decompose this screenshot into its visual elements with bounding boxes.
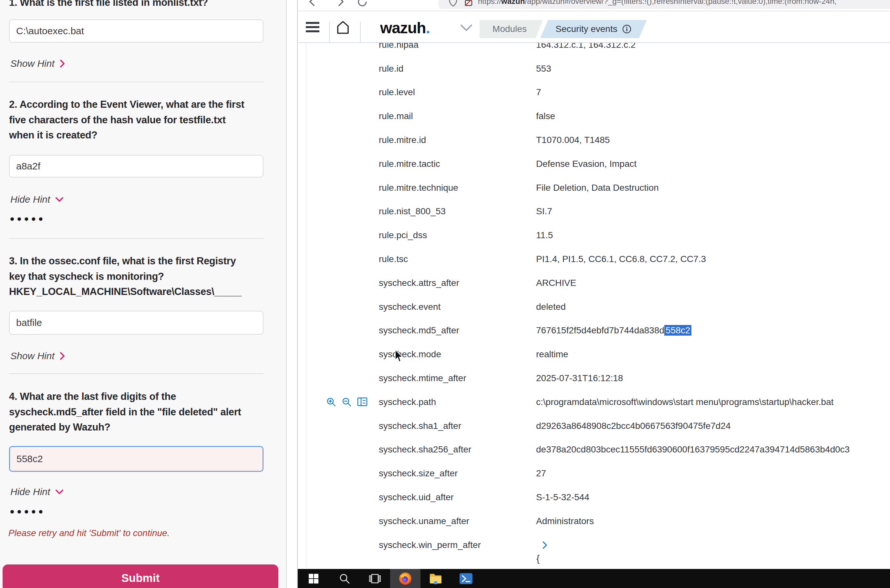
browser-forward-icon[interactable]	[335, 0, 346, 7]
header-separator	[329, 22, 330, 42]
filter-for-value-icon[interactable]	[326, 397, 337, 407]
field-name: rule.nist_800_53	[379, 206, 446, 216]
powershell-icon	[459, 573, 473, 585]
task-view-button[interactable]	[360, 569, 390, 588]
table-row: syscheck.win_perm_after {	[298, 533, 890, 557]
chevron-down-icon[interactable]	[459, 24, 474, 32]
table-row: syscheck.sha1_after d29263a8648908c2bcc4…	[298, 414, 890, 438]
home-button[interactable]	[335, 20, 351, 36]
field-name: rule.level	[379, 87, 415, 98]
divider	[9, 238, 263, 239]
divider	[9, 82, 263, 82]
selected-text: 558c2	[664, 325, 692, 336]
retry-error-message: Please retry and hit 'Submit' to continu…	[8, 528, 170, 538]
field-value: false	[536, 111, 555, 122]
question-1-answer-input[interactable]	[9, 20, 263, 43]
windows-taskbar	[298, 569, 890, 588]
menu-hamburger-icon[interactable]	[306, 22, 319, 32]
field-name: rule.mail	[379, 111, 413, 122]
table-row: syscheck.uid_after S-1-5-32-544	[298, 485, 890, 509]
wazuh-content: rule.hipaa 164.312.c.1, 164.312.c.2 rule…	[298, 43, 890, 569]
table-row: syscheck.mtime_after 2025-07-31T16:12:18	[298, 366, 890, 390]
field-name: syscheck.md5_after	[379, 325, 459, 336]
taskbar-powershell-button[interactable]	[451, 569, 481, 588]
browser-back-icon[interactable]	[307, 0, 318, 7]
json-brace: {	[537, 553, 540, 564]
field-name: rule.pci_dss	[379, 230, 427, 240]
question-2-answer-input[interactable]	[9, 155, 263, 177]
table-row: syscheck.mode realtime	[298, 342, 890, 366]
field-name: rule.id	[379, 64, 403, 74]
info-icon[interactable]	[622, 24, 631, 34]
hint-dots: ●●●●●	[10, 507, 45, 516]
table-row: rule.mitre.technique File Deletion, Data…	[298, 176, 890, 200]
field-value: 7	[536, 87, 541, 98]
field-value: de378a20cd803bcec11555fd6390600f16379595…	[536, 444, 849, 455]
breadcrumb-label: Security events	[555, 24, 617, 34]
field-name: syscheck.path	[379, 397, 436, 407]
field-name: rule.tsc	[379, 254, 408, 264]
table-row: syscheck.uname_after Administrators	[298, 509, 890, 533]
question-3-show-hint-link[interactable]: Show Hint	[11, 350, 65, 362]
browser-toolbar: https://wazuh/app/wazuh#/overview/?_g=(f…	[298, 0, 890, 11]
start-button[interactable]	[298, 569, 329, 588]
table-row: rule.pci_dss 11.5	[298, 224, 890, 247]
question-3-text: 3. In the ossec.conf file, what is the f…	[9, 254, 268, 300]
table-row: syscheck.sha256_after de378a20cd803bcec1…	[298, 438, 890, 462]
field-value: Defense Evasion, Impact	[536, 159, 636, 169]
table-row: syscheck.event deleted	[298, 295, 890, 319]
field-name: syscheck.uname_after	[379, 516, 469, 526]
field-name: rule.mitre.tactic	[379, 159, 440, 169]
taskbar-file-explorer-button[interactable]	[421, 569, 451, 588]
filter-out-value-icon[interactable]	[342, 397, 352, 407]
field-name: rule.hipaa	[379, 43, 418, 50]
field-value: ARCHIVE	[536, 278, 576, 288]
field-name: syscheck.attrs_after	[379, 278, 459, 288]
table-row: rule.tsc PI1.4, PI1.5, CC6.1, CC6.8, CC7…	[298, 247, 890, 271]
field-name: syscheck.mtime_after	[379, 373, 466, 383]
question-2-text: 2. According to the Event Viewer, what a…	[9, 97, 268, 143]
field-name: rule.mitre.id	[379, 135, 426, 145]
toggle-column-icon[interactable]	[357, 397, 367, 406]
hint-label: Show Hint	[11, 58, 54, 69]
question-1-show-hint-link[interactable]: Show Hint	[11, 57, 65, 70]
taskbar-firefox-button[interactable]	[390, 569, 421, 588]
hint-dots: ●●●●●	[10, 214, 45, 224]
taskbar-search-button[interactable]	[329, 569, 360, 588]
hint-label: Hide Hint	[11, 486, 50, 497]
question-4-hide-hint-link[interactable]: Hide Hint	[11, 486, 64, 498]
wazuh-logo: wazuh.	[380, 19, 430, 37]
field-name: syscheck.uid_after	[379, 492, 454, 502]
breadcrumb-modules[interactable]: Modules	[480, 20, 543, 38]
home-icon	[335, 20, 351, 35]
vm-screen: https://wazuh/app/wazuh#/overview/?_g=(f…	[297, 0, 890, 588]
hint-label: Hide Hint	[11, 194, 50, 205]
chevron-down-icon	[55, 197, 64, 202]
submit-button[interactable]: Submit	[3, 564, 278, 588]
wazuh-header: wazuh. Modules Security events	[298, 11, 890, 43]
question-4-answer-input[interactable]	[9, 446, 263, 472]
browser-reload-icon[interactable]	[356, 0, 368, 8]
table-row: syscheck.md5_after 767615f2f5d4ebfd7b744…	[298, 319, 890, 343]
field-value: 553	[536, 64, 551, 74]
address-bar[interactable]: https://wazuh/app/wazuh#/overview/?_g=(f…	[439, 0, 890, 9]
hint-label: Show Hint	[11, 351, 54, 362]
table-row: rule.mail false	[298, 104, 890, 128]
field-value: S-1-5-32-544	[536, 492, 589, 502]
field-value: File Deletion, Data Destruction	[536, 183, 659, 193]
question-1-text: 1. What is the first file listed in monl…	[9, 0, 268, 10]
breadcrumb-security-events[interactable]: Security events	[540, 20, 647, 38]
expand-value-icon[interactable]	[542, 540, 548, 550]
search-icon	[339, 573, 350, 584]
shield-icon[interactable]	[448, 0, 458, 7]
url-text: https://wazuh/app/wazuh#/overview/?_g=(f…	[478, 0, 836, 6]
question-4-text: 4. What are the last five digits of the …	[9, 389, 268, 435]
question-2-hide-hint-link[interactable]: Hide Hint	[11, 193, 64, 206]
table-row: rule.id 553	[298, 57, 890, 81]
lock-warning-icon[interactable]	[464, 0, 474, 7]
chevron-right-icon	[60, 352, 65, 360]
chevron-down-icon	[55, 489, 64, 494]
question-3-answer-input[interactable]	[9, 311, 263, 334]
field-value: deleted	[536, 302, 566, 312]
table-row: rule.mitre.tactic Defense Evasion, Impac…	[298, 152, 890, 176]
